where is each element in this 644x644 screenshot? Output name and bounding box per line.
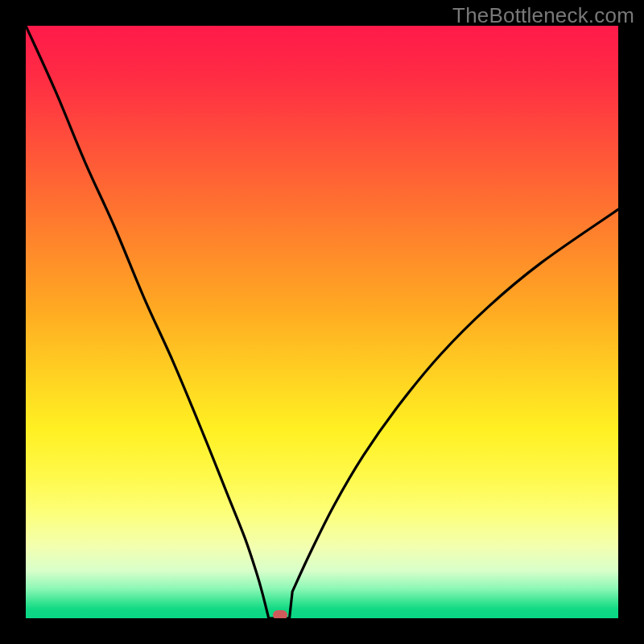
chart-frame: TheBottleneck.com	[0, 0, 644, 644]
bottleneck-curve-path	[26, 26, 618, 618]
plot-area	[26, 26, 618, 618]
curve-layer	[26, 26, 618, 618]
minimum-marker	[273, 610, 287, 618]
watermark-text: TheBottleneck.com	[452, 3, 634, 28]
